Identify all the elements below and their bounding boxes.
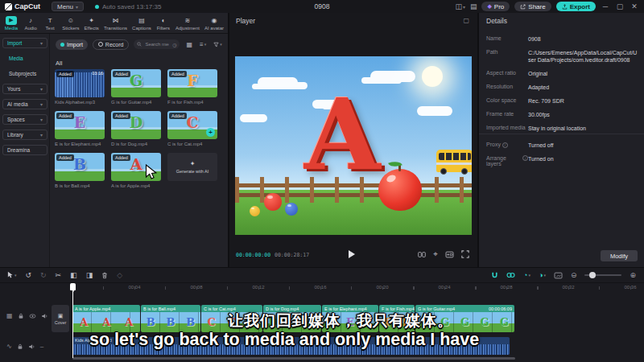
player-expand-icon[interactable]: ▢ xyxy=(463,17,469,24)
media-item-f-fish[interactable]: Added F F is for Fish.mp4 xyxy=(167,69,217,109)
delete-button[interactable] xyxy=(101,272,108,279)
added-badge: Added xyxy=(113,154,130,161)
redo-button[interactable]: ↻ xyxy=(40,271,47,279)
search-history-icon[interactable]: ◷ xyxy=(172,42,176,47)
tab-captions[interactable]: ▤ Captions xyxy=(132,16,151,31)
lock-icon[interactable] xyxy=(17,343,23,350)
media-item-g-guitar[interactable]: Added G G is for Guitar.mp4 xyxy=(111,69,161,109)
compare-icon[interactable] xyxy=(418,251,426,258)
record-button[interactable]: Record xyxy=(93,39,130,50)
duration-label: 03:16 xyxy=(92,71,103,76)
sidebar-item-yours[interactable]: Yours ▾ xyxy=(2,84,47,94)
sidebar-item-spaces[interactable]: Spaces ▾ xyxy=(2,114,47,125)
menu-button[interactable]: Menu ▾ xyxy=(52,2,84,11)
mute-track-icon[interactable] xyxy=(28,343,35,350)
chevron-down-icon: ▾ xyxy=(40,132,43,138)
magnetic-snap-icon[interactable] xyxy=(491,272,498,279)
modify-button[interactable]: Modify xyxy=(601,250,638,261)
tab-transitions[interactable]: ⋈ Transitions xyxy=(104,16,127,31)
sidebar-item-import[interactable]: Import ▾ xyxy=(2,38,47,48)
select-tool-button[interactable]: ▾ xyxy=(7,271,17,279)
sidebar-item-media[interactable]: Media xyxy=(2,53,47,64)
share-button[interactable]: Share xyxy=(514,2,551,11)
scene-ball-red xyxy=(264,193,282,211)
filter-all-label[interactable]: All xyxy=(56,60,62,67)
autosave-status: Auto saved 13:17:35 xyxy=(95,3,161,10)
detail-row-aspect-ratio: Aspect ratio Original xyxy=(486,70,639,77)
zoom-in-icon[interactable]: ⊕ xyxy=(630,271,636,279)
scene-letter-a: A xyxy=(304,85,381,183)
zoom-out-icon[interactable]: ⊖ xyxy=(571,271,577,279)
audio-track-header: ∿ – xyxy=(6,343,43,350)
capcut-logo: CapCut xyxy=(5,2,40,10)
collapse-track-icon[interactable]: – xyxy=(40,343,43,350)
added-badge: Added xyxy=(169,113,187,119)
cover-button[interactable]: ▣ Cover xyxy=(52,305,69,332)
preview-canvas[interactable]: A xyxy=(235,56,472,235)
maximize-button[interactable]: ▢ xyxy=(615,2,625,10)
panel-layout-icon[interactable]: ▤ xyxy=(470,2,477,10)
sidebar-item-library[interactable]: Library ▾ xyxy=(2,130,47,140)
minimize-button[interactable]: ─ xyxy=(601,2,610,10)
tab-media[interactable]: ▶ Media xyxy=(4,16,19,31)
tab-stickers[interactable]: ☺ Stickers xyxy=(62,16,79,31)
tab-text[interactable]: T Text xyxy=(43,16,57,31)
delete-left-button[interactable]: ◧ xyxy=(70,271,77,279)
tab-effects[interactable]: ✦ Effects xyxy=(85,16,99,31)
timeline-ruler[interactable]: 00:04 00:08 00:12 00:16 00:20 00:24 00:2… xyxy=(0,284,644,293)
filters-icon: ◐ xyxy=(161,16,165,25)
undo-button[interactable]: ↺ xyxy=(26,271,32,279)
delete-right-button[interactable]: ◨ xyxy=(86,271,93,279)
sort-icon[interactable]: ≡▾ xyxy=(200,41,206,48)
keyframe-button[interactable]: ◇ xyxy=(117,271,122,279)
grid-view-icon[interactable]: ▦ xyxy=(186,41,192,48)
play-button[interactable] xyxy=(349,250,355,258)
top-bar: CapCut Menu ▾ Auto saved 13:17:35 0908 ◫… xyxy=(0,0,644,13)
mute-track-icon[interactable] xyxy=(41,313,48,319)
audio-mode-icon[interactable]: ◑▾ xyxy=(539,271,546,279)
detail-row-resolution: Resolution Adapted xyxy=(486,84,639,91)
sidebar-item-ai-media[interactable]: AI media ▾ xyxy=(2,99,47,109)
media-toolbar: Import Record ◷ ▦ ≡▾ ▾ xyxy=(50,38,228,51)
generate-with-ai-card[interactable]: ✦ Generate with AI xyxy=(167,153,217,193)
sidebar-item-subprojects[interactable]: Subprojects xyxy=(2,68,47,79)
import-button[interactable]: Import xyxy=(56,39,88,50)
sidebar-item-dreamina[interactable]: Dreamina xyxy=(2,145,47,155)
media-item-c-cat[interactable]: Added C + C is for Cat.mp4 xyxy=(167,111,217,151)
hide-track-icon[interactable] xyxy=(29,313,36,319)
media-item-kids-alphabet[interactable]: Added 03:16 Kids Alphabet.mp3 xyxy=(55,69,105,109)
tab-audio[interactable]: ♪ Audio xyxy=(23,16,38,31)
media-item-e-elephant[interactable]: Added E E is for Elephant.mp4 xyxy=(55,111,105,151)
quality-icon[interactable] xyxy=(445,251,454,258)
filter-icon[interactable]: ▾ xyxy=(213,42,222,47)
text-icon: T xyxy=(48,16,52,25)
pro-button[interactable]: ◆ Pro xyxy=(481,2,510,11)
fullscreen-icon[interactable] xyxy=(461,250,469,258)
preview-mode-icon[interactable]: ◔▾ xyxy=(523,271,530,279)
tab-adjustment[interactable]: ≋ Adjustment xyxy=(175,16,200,31)
clip-b-ball[interactable]: B is for Ball.mp4 BBB xyxy=(141,305,200,332)
close-button[interactable]: ✕ xyxy=(630,2,639,10)
playhead[interactable] xyxy=(70,283,76,358)
export-button[interactable]: Export xyxy=(556,2,596,11)
preview-axis-icon[interactable] xyxy=(554,272,563,279)
detail-row-imported-media: Imported media Stay in original location xyxy=(486,125,639,132)
lock-icon[interactable] xyxy=(18,313,24,319)
chevron-down-icon: ▾ xyxy=(40,117,43,122)
player-controls: 00:00:00:00 00:00:28:17 ⌖ xyxy=(229,247,477,263)
search-input[interactable] xyxy=(143,41,171,47)
add-to-timeline-button[interactable]: + xyxy=(206,128,215,137)
scrollbar-thumb[interactable] xyxy=(72,357,515,360)
media-item-d-dog[interactable]: Added D D is for Dog.mp4 xyxy=(111,111,161,151)
tab-ai-avatar[interactable]: ◉ AI avatar xyxy=(204,16,224,31)
auto-link-icon[interactable] xyxy=(506,272,515,278)
timeline-zoom-slider[interactable] xyxy=(584,274,621,276)
media-item-b-ball[interactable]: Added B B is for Ball.mp4 xyxy=(55,153,105,193)
clip-a-apple[interactable]: A is for Apple.mp4 AAA xyxy=(72,305,140,332)
split-button[interactable]: ✂ xyxy=(56,271,62,279)
snap-icon[interactable]: ⌖ xyxy=(433,249,438,259)
tab-filters[interactable]: ◐ Filters xyxy=(156,16,171,31)
scene-ball-yellow xyxy=(250,206,260,216)
audio-icon: ♪ xyxy=(29,16,32,25)
layout-toggle-icon[interactable]: ◫▾ xyxy=(455,2,465,10)
